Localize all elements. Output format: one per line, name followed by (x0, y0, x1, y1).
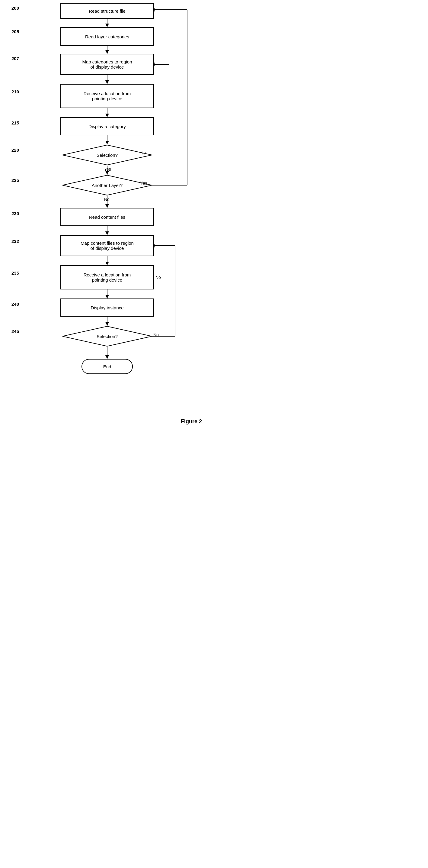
label-235: 235 (11, 270, 19, 276)
box-read-layer-categories: Read layer categories (60, 27, 154, 46)
figure-label: Figure 2 (181, 418, 202, 425)
no-label-245: No (153, 332, 159, 337)
label-220: 220 (11, 148, 19, 153)
svg-marker-17 (105, 261, 109, 265)
label-232: 232 (11, 239, 19, 244)
diamond-selection-1: Selection? (62, 145, 153, 165)
svg-marker-3 (105, 50, 109, 54)
box-map-content-files: Map content files to region of display d… (60, 235, 154, 256)
label-225: 225 (11, 178, 19, 183)
svg-marker-7 (105, 114, 109, 117)
label-215: 215 (11, 120, 19, 125)
svg-marker-5 (105, 81, 109, 84)
box-display-category: Display a category (60, 117, 154, 135)
svg-marker-23 (105, 355, 109, 359)
no-label-220: No (140, 151, 146, 155)
label-240: 240 (11, 302, 19, 307)
box-map-categories: Map categories to region of display devi… (60, 54, 154, 75)
svg-marker-21 (105, 322, 109, 326)
svg-marker-13 (105, 204, 109, 208)
yes-label-220: Yes (104, 167, 111, 172)
label-230: 230 (11, 211, 19, 216)
diamond-another-layer: Another Layer? (62, 175, 153, 196)
label-200: 200 (11, 5, 19, 10)
label-207: 207 (11, 56, 19, 61)
box-end: End (81, 359, 133, 374)
svg-marker-9 (105, 141, 109, 145)
label-210: 210 (11, 89, 19, 94)
label-205: 205 (11, 29, 19, 34)
box-receive-location-1: Receive a location from pointing device (60, 84, 154, 108)
no-label-225: No (104, 197, 109, 202)
svg-marker-15 (105, 231, 109, 235)
no-label-235: No (156, 275, 161, 280)
box-read-content-files: Read content files (60, 208, 154, 226)
svg-marker-19 (105, 295, 109, 299)
box-display-instance: Display instance (60, 299, 154, 317)
label-245: 245 (11, 329, 19, 334)
box-read-structure-file: Read structure file (60, 3, 154, 19)
box-receive-location-2: Receive a location from pointing device (60, 265, 154, 289)
svg-marker-1 (105, 24, 109, 27)
yes-label-225: Yes (140, 181, 147, 186)
diamond-selection-2: Selection? (62, 326, 153, 347)
flowchart-diagram: 200 Read structure file 205 Read layer c… (0, 0, 214, 434)
